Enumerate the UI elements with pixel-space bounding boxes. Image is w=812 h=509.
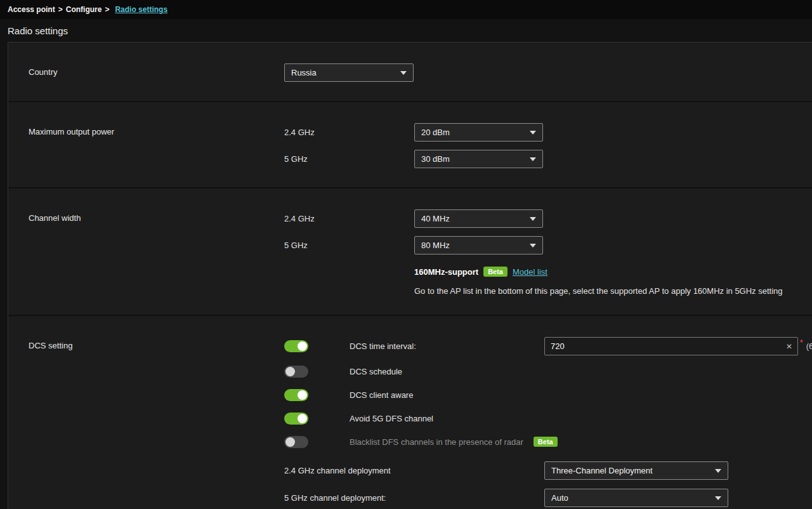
country-select-value: Russia <box>291 68 317 77</box>
beta-badge: Beta <box>483 267 508 277</box>
toggle-knob <box>298 414 307 423</box>
chevron-down-icon <box>530 157 536 161</box>
160mhz-note: Go to the AP list in the bottom of this … <box>414 286 783 296</box>
dcs-time-interval-label: DCS time interval: <box>350 341 544 351</box>
power-24ghz-select[interactable]: 20 dBm <box>414 123 543 142</box>
page-title: Radio settings <box>0 19 812 42</box>
clear-icon[interactable]: ✕ <box>786 343 792 350</box>
country-label: Country <box>29 63 284 82</box>
band-label-5ghz: 5 GHz <box>284 154 414 164</box>
width-24ghz-value: 40 MHz <box>421 214 450 223</box>
deployment-24ghz-select[interactable]: Three-Channel Deployment <box>544 461 728 480</box>
chevron-down-icon <box>530 131 536 135</box>
breadcrumb-separator: > <box>58 5 63 14</box>
dcs-time-interval-range-hint: (6 <box>806 341 812 351</box>
chevron-down-icon <box>530 244 536 248</box>
width-24ghz-select[interactable]: 40 MHz <box>414 209 543 228</box>
model-list-link[interactable]: Model list <box>513 267 547 277</box>
blacklist-dfs-label: Blacklist DFS channels in the presence o… <box>350 437 523 447</box>
section-dcs-setting: DCS setting DCS time interval: ✕ * (6 DC… <box>8 315 812 509</box>
channel-width-label: Channel width <box>29 209 284 296</box>
toggle-knob <box>285 437 295 447</box>
toggle-knob <box>298 390 307 400</box>
chevron-down-icon <box>715 469 721 473</box>
dcs-client-aware-toggle[interactable] <box>284 389 308 401</box>
breadcrumb: Access point > Configure > Radio setting… <box>0 0 812 19</box>
160mhz-support-title: 160MHz-support <box>414 267 478 277</box>
chevron-down-icon <box>715 496 721 500</box>
band-label-24ghz: 2.4 GHz <box>284 128 414 137</box>
breadcrumb-configure[interactable]: Configure <box>66 5 102 14</box>
section-max-output-power: Maximum output power 2.4 GHz 20 dBm 5 GH… <box>8 101 812 187</box>
chevron-down-icon <box>530 217 536 221</box>
country-select[interactable]: Russia <box>284 63 414 82</box>
avoid-5g-dfs-label: Avoid 5G DFS channel <box>350 414 544 423</box>
section-channel-width: Channel width 2.4 GHz 40 MHz 5 GHz 80 MH… <box>8 187 812 315</box>
blacklist-dfs-toggle[interactable] <box>284 436 308 448</box>
toggle-knob <box>298 341 307 351</box>
beta-badge: Beta <box>534 437 558 447</box>
avoid-5g-dfs-toggle[interactable] <box>284 413 308 425</box>
chevron-down-icon <box>400 71 407 75</box>
power-5ghz-value: 30 dBm <box>421 154 450 164</box>
width-5ghz-value: 80 MHz <box>421 241 450 250</box>
dcs-client-aware-label: DCS client aware <box>350 390 544 400</box>
required-asterisk: * <box>800 338 803 347</box>
toggle-knob <box>285 367 295 376</box>
band-label-24ghz: 2.4 GHz <box>284 214 414 223</box>
breadcrumb-separator: > <box>105 5 109 14</box>
dcs-setting-label: DCS setting <box>29 337 284 507</box>
dcs-schedule-label: DCS schedule <box>350 367 544 376</box>
width-5ghz-select[interactable]: 80 MHz <box>414 236 543 255</box>
power-5ghz-select[interactable]: 30 dBm <box>414 150 543 168</box>
breadcrumb-access-point[interactable]: Access point <box>8 5 55 14</box>
dcs-time-interval-toggle[interactable] <box>284 340 308 352</box>
radio-settings-panel: Country Russia Maximum output power 2.4 … <box>8 42 812 509</box>
deployment-24ghz-label: 2.4 GHz channel deployment <box>284 466 544 475</box>
power-24ghz-value: 20 dBm <box>421 128 450 137</box>
deployment-5ghz-label: 5 GHz channel deployment: <box>284 493 544 503</box>
dcs-time-interval-input[interactable] <box>544 337 798 355</box>
dcs-schedule-toggle[interactable] <box>284 366 308 378</box>
breadcrumb-radio-settings-link[interactable]: Radio settings <box>115 5 167 14</box>
deployment-5ghz-value: Auto <box>551 493 568 503</box>
section-country: Country Russia <box>8 43 812 101</box>
deployment-5ghz-select[interactable]: Auto <box>544 489 728 507</box>
band-label-5ghz: 5 GHz <box>284 241 414 250</box>
deployment-24ghz-value: Three-Channel Deployment <box>551 466 653 475</box>
max-output-power-label: Maximum output power <box>29 123 284 168</box>
